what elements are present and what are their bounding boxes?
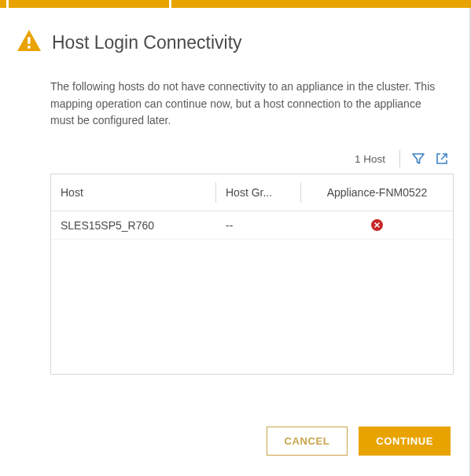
column-header-host-group[interactable]: Host Gr... bbox=[216, 174, 301, 211]
table-toolbar: 1 Host bbox=[50, 150, 454, 167]
warning-icon bbox=[17, 30, 41, 55]
cancel-button[interactable]: CANCEL bbox=[267, 427, 348, 456]
filter-icon[interactable] bbox=[411, 152, 425, 166]
table-row[interactable]: SLES15SP5_R760 -- bbox=[51, 211, 453, 240]
dialog-footer: CANCEL CONTINUE bbox=[267, 427, 451, 456]
table-body: SLES15SP5_R760 -- bbox=[51, 211, 453, 374]
svg-point-1 bbox=[28, 46, 31, 49]
cell-host-group: -- bbox=[216, 219, 301, 232]
toolbar-divider bbox=[399, 150, 400, 167]
column-header-appliance[interactable]: Appliance-FNM0522 bbox=[301, 174, 453, 211]
table-section: 1 Host Host Host Gr... Appliance-FNM0522 bbox=[50, 150, 454, 375]
accent-top-bar bbox=[0, 0, 471, 8]
hosts-table: Host Host Gr... Appliance-FNM0522 SLES15… bbox=[50, 174, 454, 375]
dialog-description: The following hosts do not have connecti… bbox=[50, 79, 447, 130]
column-header-host[interactable]: Host bbox=[51, 174, 216, 211]
cell-host: SLES15SP5_R760 bbox=[51, 219, 216, 232]
connectivity-dialog: Host Login Connectivity The following ho… bbox=[0, 8, 471, 394]
continue-button[interactable]: CONTINUE bbox=[359, 427, 451, 456]
dialog-title: Host Login Connectivity bbox=[52, 32, 242, 53]
svg-rect-0 bbox=[28, 37, 30, 44]
host-count-label: 1 Host bbox=[355, 153, 385, 165]
export-icon[interactable] bbox=[435, 152, 449, 166]
dialog-header: Host Login Connectivity bbox=[17, 30, 454, 55]
table-header-row: Host Host Gr... Appliance-FNM0522 bbox=[51, 174, 453, 211]
cell-status bbox=[301, 219, 453, 231]
error-status-icon bbox=[371, 219, 383, 231]
